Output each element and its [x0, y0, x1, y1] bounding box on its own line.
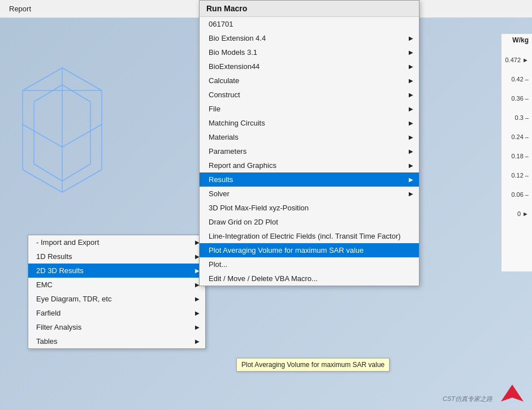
svg-line-5 [23, 68, 62, 90]
value-8: 0.06 – [511, 191, 529, 198]
menu-item-draw-grid[interactable]: Draw Grid on 2D Plot [200, 215, 419, 229]
arrow-icon-parameters: ▶ [409, 148, 413, 154]
left-submenu: - Import and Export ▶ 1D Results ▶ 2D 3D… [28, 235, 206, 349]
left-item-eye-diagram[interactable]: Eye Diagram, TDR, etc ▶ [28, 292, 205, 306]
menu-item-plot-dots-label: Plot... [209, 260, 227, 269]
menu-item-line-integration[interactable]: Line-Integration of Electric Fields (inc… [200, 229, 419, 243]
arrow-icon-calculate: ▶ [409, 77, 413, 84]
menu-item-bioext44[interactable]: BioExtension44 ▶ [200, 59, 419, 74]
menu-item-edit-move-label: Edit / Move / Delete VBA Macro... [209, 274, 318, 283]
svg-line-8 [62, 124, 102, 147]
arrow-icon-report: ▶ [409, 162, 413, 169]
arrow-icon-eye: ▶ [195, 296, 200, 302]
arrow-icon-bio-models: ▶ [409, 49, 413, 55]
menu-item-plot-dots[interactable]: Plot... [200, 257, 419, 271]
left-item-1d-results[interactable]: 1D Results ▶ [28, 249, 205, 264]
menu-item-file[interactable]: File ▶ [200, 102, 419, 116]
tooltip: Plot Averaging Volume for maximum SAR va… [236, 358, 390, 372]
menu-item-results[interactable]: Results ▶ [200, 172, 419, 187]
arrow-icon-filter: ▶ [195, 324, 200, 330]
arrow-icon-solver: ▶ [409, 191, 413, 197]
value-7: 0.12 – [511, 172, 529, 179]
run-macro-menu: Run Macro 061701 Bio Extension 4.4 ▶ Bio… [199, 0, 419, 286]
arrow-icon-tables: ▶ [195, 338, 200, 344]
menu-item-3d-plot[interactable]: 3D Plot Max-Field xyz-Position [200, 201, 419, 215]
value-2: 0.42 – [511, 76, 529, 83]
watermark-text: CST仿真专家之路 [443, 395, 492, 403]
svg-line-2 [62, 170, 102, 192]
value-3: 0.36 – [511, 95, 529, 102]
menu-item-matching-label: Matching Circuits [209, 119, 265, 127]
svg-line-0 [62, 68, 102, 90]
left-item-import-export[interactable]: - Import and Export ▶ [28, 235, 205, 249]
value-5: 0.24 – [511, 133, 529, 140]
menu-item-results-label: Results [209, 175, 233, 184]
arrow-icon-matching: ▶ [409, 120, 413, 126]
wireframe-shape [17, 57, 119, 238]
menu-item-calculate[interactable]: Calculate ▶ [200, 74, 419, 88]
menu-item-solver-label: Solver [209, 189, 230, 198]
menu-item-bioext44-label: BioExtension44 [209, 62, 259, 71]
arrow-icon-results: ▶ [409, 176, 413, 183]
run-macro-header: Run Macro [200, 1, 419, 17]
menu-item-report-label: Report and Graphics [209, 161, 276, 170]
menu-item-bio-models[interactable]: Bio Models 3.1 ▶ [200, 45, 419, 59]
svg-line-3 [23, 170, 62, 192]
menu-item-061701-label: 061701 [209, 20, 233, 28]
svg-marker-17 [501, 385, 524, 402]
value-6: 0.18 – [511, 153, 529, 159]
menu-item-construct[interactable]: Construct ▶ [200, 88, 419, 102]
menu-item-solver[interactable]: Solver ▶ [200, 187, 419, 201]
left-item-2d-3d-results[interactable]: 2D 3D Results ▶ [28, 264, 205, 278]
menu-item-bio-ext-44[interactable]: Bio Extension 4.4 ▶ [200, 31, 419, 45]
arrow-icon-construct: ▶ [409, 92, 413, 98]
menu-item-plot-averaging[interactable]: Plot Averaging Volume for maximum SAR va… [200, 243, 419, 257]
left-item-farfield-label: Farfield [36, 309, 60, 317]
menu-item-file-label: File [209, 105, 220, 113]
left-item-tables-label: Tables [36, 337, 58, 346]
menu-item-plot-averaging-label: Plot Averaging Volume for maximum SAR va… [209, 246, 364, 254]
arrow-icon-farfield: ▶ [195, 310, 200, 316]
value-9: 0 ► [517, 210, 529, 217]
svg-line-14 [62, 85, 90, 102]
watermark-logo [496, 380, 527, 405]
left-item-emc[interactable]: EMC ▶ [28, 278, 205, 292]
menu-item-bio-models-label: Bio Models 3.1 [209, 48, 257, 57]
menu-item-matching-circuits[interactable]: Matching Circuits ▶ [200, 116, 419, 130]
left-item-farfield[interactable]: Farfield ▶ [28, 306, 205, 320]
menu-item-edit-move[interactable]: Edit / Move / Delete VBA Macro... [200, 271, 419, 286]
menu-item-report-graphics[interactable]: Report and Graphics ▶ [200, 158, 419, 172]
unit-label: W/kg [512, 36, 529, 44]
menu-item-calculate-label: Calculate [209, 76, 239, 85]
value-4: 0.3 – [515, 114, 529, 121]
left-item-filter-analysis[interactable]: Filter Analysis ▶ [28, 320, 205, 334]
left-item-2d-3d-label: 2D 3D Results [36, 266, 84, 275]
left-item-eye-label: Eye Diagram, TDR, etc [36, 295, 111, 303]
left-item-tables[interactable]: Tables ▶ [28, 334, 205, 348]
svg-line-12 [34, 85, 62, 102]
left-item-1d-results-label: 1D Results [36, 252, 72, 261]
menu-item-line-integration-label: Line-Integration of Electric Fields (inc… [209, 232, 401, 240]
left-item-import-export-label: - Import and Export [36, 238, 99, 247]
arrow-icon-bio-ext: ▶ [409, 35, 413, 41]
menu-item-parameters-label: Parameters [209, 147, 246, 156]
menu-item-construct-label: Construct [209, 90, 240, 99]
arrow-icon-bioext44: ▶ [409, 63, 413, 70]
menu-item-materials-label: Materials [209, 133, 239, 141]
menu-item-061701[interactable]: 061701 [200, 17, 419, 31]
right-panel: W/kg 0.472 ► 0.42 – 0.36 – 0.3 – 0.24 – … [501, 34, 532, 271]
value-1: 0.472 ► [505, 57, 529, 63]
report-menu[interactable]: Report [5, 2, 36, 15]
menu-item-3d-plot-label: 3D Plot Max-Field xyz-Position [209, 204, 309, 212]
arrow-icon-file: ▶ [409, 106, 413, 112]
menu-item-bio-ext-44-label: Bio Extension 4.4 [209, 34, 266, 42]
arrow-icon-materials: ▶ [409, 134, 413, 140]
menu-item-parameters[interactable]: Parameters ▶ [200, 144, 419, 158]
left-item-filter-label: Filter Analysis [36, 323, 81, 331]
menu-item-materials[interactable]: Materials ▶ [200, 130, 419, 144]
menu-item-draw-grid-label: Draw Grid on 2D Plot [209, 218, 278, 226]
svg-line-9 [23, 124, 62, 147]
left-item-emc-label: EMC [36, 280, 53, 289]
